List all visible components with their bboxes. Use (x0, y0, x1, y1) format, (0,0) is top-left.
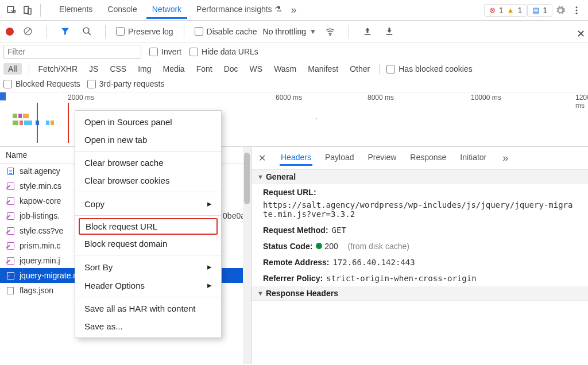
type-js[interactable]: JS (87, 63, 100, 75)
type-media[interactable]: Media (161, 63, 187, 75)
section-general[interactable]: ▼General (252, 170, 588, 184)
network-toolbar: Preserve log Disable cache No throttling… (0, 21, 588, 42)
ctx-block-request-url[interactable]: Block request URL (79, 218, 218, 235)
messages-count-box[interactable]: ▤1 (527, 4, 552, 17)
ctx-clear-cache[interactable]: Clear browser cache (75, 154, 221, 172)
messages-count: 1 (543, 6, 547, 15)
disable-cache-checkbox[interactable]: Disable cache (195, 27, 257, 36)
tab-console[interactable]: Console (102, 1, 142, 19)
svg-rect-10 (386, 34, 393, 35)
status-counts[interactable]: ⊗1 ▲1 (484, 4, 527, 17)
request-name: job-listings. (20, 211, 60, 220)
close-devtools-icon[interactable]: ✕ (575, 28, 586, 39)
thirdparty-checkbox[interactable]: 3rd-party requests (87, 79, 165, 88)
ctx-clear-cookies[interactable]: Clear browser cookies (75, 172, 221, 189)
chevron-right-icon: ▸ (207, 280, 212, 290)
type-css[interactable]: CSS (107, 63, 129, 75)
inspect-icon[interactable] (3, 2, 20, 18)
type-other[interactable]: Other (347, 63, 372, 75)
request-url-key: Request URL: (263, 188, 316, 197)
chevron-down-icon: ▼ (310, 28, 316, 36)
tab-elements[interactable]: Elements (53, 1, 98, 19)
document-icon (6, 166, 15, 176)
error-count: 1 (499, 6, 504, 15)
ctx-open-sources[interactable]: Open in Sources panel (75, 113, 221, 131)
timeline-bar (0, 92, 6, 100)
ctx-save-har[interactable]: Save all as HAR with content (75, 300, 221, 317)
invert-label: Invert (161, 47, 181, 56)
wifi-icon[interactable] (322, 24, 338, 40)
type-all[interactable]: All (3, 63, 22, 75)
has-blocked-cookies-checkbox[interactable]: Has blocked cookies (386, 64, 472, 73)
more-detail-tabs-chevron-icon[interactable]: » (499, 152, 512, 164)
ctx-sort-by-submenu[interactable]: Sort By▸ (75, 258, 221, 276)
type-doc[interactable]: Doc (222, 63, 241, 75)
type-img[interactable]: Img (136, 63, 153, 75)
type-font[interactable]: Font (194, 63, 215, 75)
ctx-open-new-tab[interactable]: Open in new tab (75, 131, 221, 149)
ctx-copy-submenu[interactable]: Copy▸ (75, 195, 221, 213)
device-toggle-icon[interactable] (20, 2, 36, 18)
record-button[interactable] (6, 28, 14, 36)
request-url-value: https://salt.agency/wordpress/wp-include… (263, 200, 577, 219)
preserve-log-checkbox[interactable]: Preserve log (116, 27, 173, 36)
throttling-dropdown[interactable]: No throttling ▼ (263, 27, 316, 36)
detail-tab-preview[interactable]: Preview (367, 150, 398, 166)
detail-tab-response[interactable]: Response (409, 150, 447, 166)
clear-log-icon[interactable] (20, 24, 36, 40)
message-icon: ▤ (532, 6, 539, 14)
stylesheet-icon (6, 241, 15, 250)
scrollbar[interactable] (243, 147, 251, 364)
tab-network[interactable]: Network (146, 1, 187, 19)
search-icon[interactable] (79, 24, 95, 40)
blocked-requests-checkbox[interactable]: Blocked Requests (3, 79, 80, 88)
request-name: salt.agency (20, 166, 60, 176)
stylesheet-icon (6, 196, 15, 205)
detail-tab-initiator[interactable]: Initiator (459, 150, 488, 166)
throttling-value: No throttling (263, 27, 306, 36)
close-detail-icon[interactable]: ✕ (258, 153, 268, 164)
section-general-label: General (266, 172, 296, 181)
timeline-spark: · (316, 115, 318, 122)
hide-data-urls-checkbox[interactable]: Hide data URLs (189, 47, 258, 56)
section-response-headers[interactable]: ▼Response Headers (252, 286, 588, 301)
detail-tab-headers[interactable]: Headers (280, 150, 312, 166)
scrollbar-thumb[interactable] (244, 153, 250, 204)
svg-point-3 (576, 6, 578, 8)
invert-checkbox[interactable]: Invert (149, 47, 181, 56)
filter-input[interactable] (3, 45, 141, 59)
kebab-menu-icon[interactable] (568, 2, 585, 18)
request-method-value: GET (332, 226, 346, 235)
detail-tab-payload[interactable]: Payload (324, 150, 355, 166)
thirdparty-label: 3rd-party requests (99, 79, 165, 88)
request-name: prism.min.c (20, 241, 61, 250)
ctx-copy-label: Copy (84, 199, 105, 209)
file-icon (6, 286, 15, 295)
dcl-marker (37, 103, 38, 143)
type-fetchxhr[interactable]: Fetch/XHR (36, 63, 80, 75)
ctx-block-request-domain[interactable]: Block request domain (75, 235, 221, 253)
truncated-text: 0be0a (223, 211, 245, 220)
settings-gear-icon[interactable] (552, 2, 568, 18)
svg-point-8 (330, 34, 331, 36)
tab-performance-insights-label: Performance insights (196, 5, 272, 14)
filter-funnel-icon[interactable] (57, 24, 73, 40)
error-icon: ⊗ (489, 6, 496, 14)
tab-performance-insights[interactable]: Performance insights ⚗ (191, 1, 287, 19)
upload-icon[interactable] (359, 24, 376, 40)
timeline-bars (46, 118, 55, 127)
status-code-key: Status Code: (263, 242, 312, 251)
ctx-sort-by-label: Sort By (84, 262, 113, 272)
timeline-tick: 8000 ms (368, 94, 394, 102)
timeline-tick: 6000 ms (276, 94, 302, 102)
type-manifest[interactable]: Manifest (305, 63, 341, 75)
ctx-header-options-submenu[interactable]: Header Options▸ (75, 276, 221, 294)
stylesheet-icon (6, 256, 15, 265)
timeline-bars (13, 118, 40, 127)
type-ws[interactable]: WS (247, 63, 265, 75)
more-tabs-chevron-icon[interactable]: » (288, 4, 300, 16)
type-wasm[interactable]: Wasm (272, 63, 299, 75)
remote-address-key: Remote Address: (263, 258, 329, 267)
ctx-save-as[interactable]: Save as... (75, 317, 221, 335)
download-icon[interactable] (381, 24, 397, 40)
